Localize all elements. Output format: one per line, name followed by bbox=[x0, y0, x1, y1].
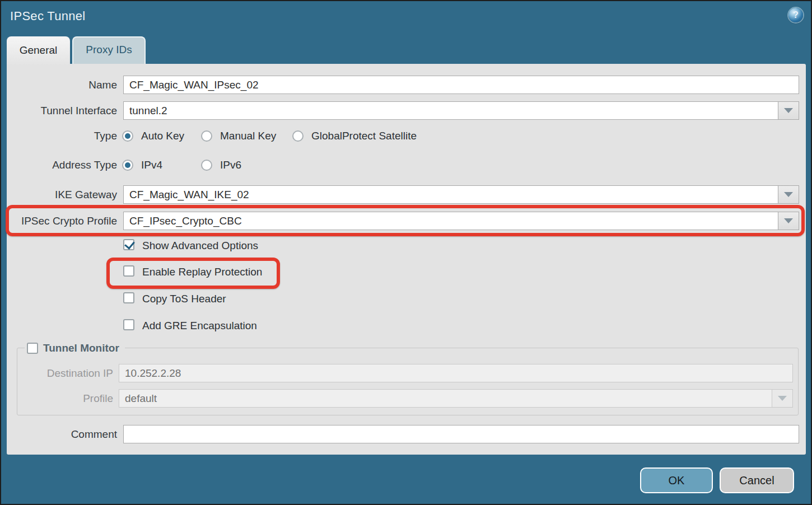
radio-ipv4-label: IPv4 bbox=[141, 159, 162, 171]
help-icon[interactable]: ? bbox=[788, 8, 803, 22]
profile-combo bbox=[119, 389, 793, 408]
checkbox-enable-replay-protection[interactable] bbox=[123, 265, 134, 277]
destination-ip-input bbox=[119, 364, 793, 382]
radio-ipv6[interactable] bbox=[201, 160, 212, 171]
ike-gateway-dropdown-button[interactable] bbox=[778, 185, 799, 204]
tunnel-monitor-legend: Tunnel Monitor bbox=[25, 341, 125, 355]
ipsec-crypto-profile-dropdown-button[interactable] bbox=[778, 212, 799, 230]
name-input[interactable] bbox=[123, 76, 799, 94]
ike-gateway-input[interactable] bbox=[123, 185, 778, 204]
destination-ip-label: Destination IP bbox=[7, 364, 113, 382]
type-label: Type bbox=[7, 129, 117, 143]
profile-dropdown-button bbox=[772, 389, 793, 408]
checkbox-show-advanced-options-label: Show Advanced Options bbox=[142, 240, 258, 252]
tab-general[interactable]: General bbox=[7, 36, 70, 64]
radio-ipv6-label: IPv6 bbox=[220, 159, 241, 171]
tunnel-interface-input[interactable] bbox=[123, 101, 778, 120]
ipsec-tunnel-dialog: IPSec Tunnel ? General Proxy IDs Name Tu… bbox=[0, 0, 812, 505]
ike-gateway-combo bbox=[123, 185, 799, 204]
ipsec-crypto-profile-combo bbox=[123, 212, 799, 230]
chevron-down-icon bbox=[784, 218, 793, 223]
checkbox-tunnel-monitor[interactable] bbox=[27, 343, 38, 354]
radio-globalprotect-satellite[interactable] bbox=[292, 130, 304, 142]
address-type-label: Address Type bbox=[7, 158, 117, 172]
radio-manual-key[interactable] bbox=[201, 130, 212, 142]
radio-ipv4[interactable] bbox=[122, 160, 133, 171]
radio-manual-key-label: Manual Key bbox=[220, 130, 276, 142]
ipsec-crypto-profile-label: IPSec Crypto Profile bbox=[7, 212, 117, 230]
chevron-down-icon bbox=[784, 108, 793, 113]
chevron-down-icon bbox=[784, 192, 793, 197]
checkbox-enable-replay-protection-label: Enable Replay Protection bbox=[142, 266, 262, 278]
name-label: Name bbox=[7, 76, 117, 94]
radio-auto-key-label: Auto Key bbox=[141, 130, 184, 142]
ike-gateway-label: IKE Gateway bbox=[7, 185, 117, 204]
chevron-down-icon bbox=[778, 396, 787, 401]
cancel-button[interactable]: Cancel bbox=[720, 467, 794, 493]
tunnel-interface-combo bbox=[123, 101, 799, 120]
profile-label: Profile bbox=[7, 389, 113, 408]
profile-input bbox=[119, 389, 772, 408]
checkbox-show-advanced-options[interactable] bbox=[123, 239, 134, 250]
ok-button[interactable]: OK bbox=[640, 467, 713, 493]
comment-input[interactable] bbox=[123, 425, 799, 443]
tunnel-interface-label: Tunnel Interface bbox=[7, 101, 117, 120]
tunnel-interface-dropdown-button[interactable] bbox=[778, 101, 799, 120]
comment-label: Comment bbox=[7, 425, 117, 443]
ipsec-crypto-profile-input[interactable] bbox=[123, 212, 778, 230]
checkbox-copy-tos-header-label: Copy ToS Header bbox=[142, 293, 226, 305]
tunnel-monitor-label: Tunnel Monitor bbox=[43, 342, 119, 354]
checkbox-copy-tos-header[interactable] bbox=[123, 292, 134, 303]
dialog-title: IPSec Tunnel bbox=[10, 9, 85, 24]
radio-auto-key[interactable] bbox=[122, 130, 133, 142]
checkbox-add-gre-encapsulation-label: Add GRE Encapsulation bbox=[142, 320, 257, 332]
tab-proxy-ids[interactable]: Proxy IDs bbox=[72, 36, 146, 64]
radio-globalprotect-satellite-label: GlobalProtect Satellite bbox=[311, 130, 417, 142]
checkbox-add-gre-encapsulation[interactable] bbox=[123, 319, 134, 330]
general-tab-panel: Name Tunnel Interface Type Auto Key Manu… bbox=[7, 64, 806, 455]
